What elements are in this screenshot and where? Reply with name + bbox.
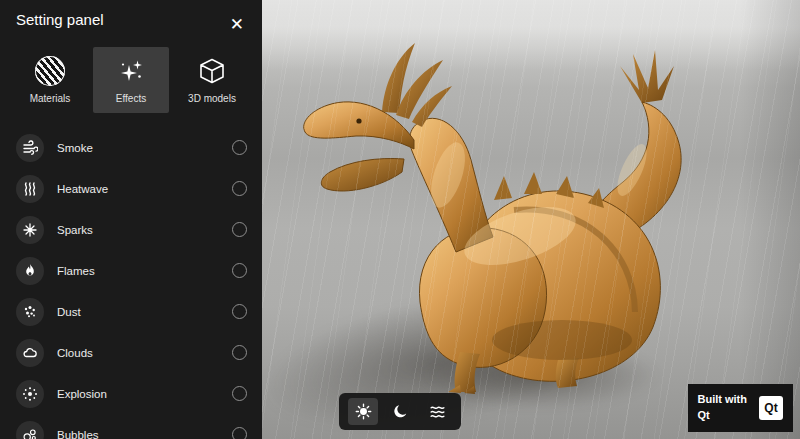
close-icon[interactable]: ✕ <box>224 10 250 39</box>
radio-sparks[interactable] <box>232 222 247 237</box>
built-with-qt-badge[interactable]: Built with Qt Qt <box>688 384 794 432</box>
viewport-3d[interactable]: Built with Qt Qt <box>262 0 800 439</box>
effect-row-flames[interactable]: Flames <box>0 250 262 291</box>
tab-bar: Materials Effects 3D models <box>0 41 262 123</box>
badge-line1: Built with <box>698 392 748 408</box>
badge-line2: Qt <box>698 408 748 424</box>
effect-label: Dust <box>57 306 219 318</box>
effect-row-sparks[interactable]: Sparks <box>0 209 262 250</box>
qt-logo: Qt <box>759 396 783 420</box>
effect-row-heatwave[interactable]: Heatwave <box>0 168 262 209</box>
radio-heatwave[interactable] <box>232 181 247 196</box>
tab-effects[interactable]: Effects <box>93 47 169 113</box>
radio-flames[interactable] <box>232 263 247 278</box>
flames-icon <box>16 257 44 285</box>
panel-title: Setting panel <box>16 10 106 30</box>
sparkles-icon <box>116 56 146 86</box>
dragon-model <box>262 0 800 439</box>
explosion-icon <box>16 380 44 408</box>
radio-clouds[interactable] <box>232 345 247 360</box>
effect-row-smoke[interactable]: Smoke <box>0 127 262 168</box>
cube-icon <box>197 56 227 86</box>
striped-sphere-icon <box>35 56 65 86</box>
effect-label: Heatwave <box>57 183 219 195</box>
tab-label: Effects <box>116 93 146 104</box>
tab-label: Materials <box>30 93 71 104</box>
badge-text: Built with Qt <box>698 392 748 424</box>
effect-row-explosion[interactable]: Explosion <box>0 373 262 414</box>
radio-smoke[interactable] <box>232 140 247 155</box>
effect-label: Bubbles <box>57 429 219 439</box>
sparks-icon <box>16 216 44 244</box>
rain-waves-icon[interactable] <box>422 398 452 425</box>
effect-row-dust[interactable]: Dust <box>0 291 262 332</box>
environment-toolbar <box>339 393 461 430</box>
setting-panel: Setting panel ✕ Materials Effects <box>0 0 262 439</box>
heatwave-icon <box>16 175 44 203</box>
tab-materials[interactable]: Materials <box>12 47 88 113</box>
moon-icon[interactable] <box>385 398 415 425</box>
effect-label: Smoke <box>57 142 219 154</box>
clouds-icon <box>16 339 44 367</box>
panel-header: Setting panel ✕ <box>0 0 262 41</box>
radio-explosion[interactable] <box>232 386 247 401</box>
radio-bubbles[interactable] <box>232 427 247 439</box>
effect-label: Flames <box>57 265 219 277</box>
effects-list: Smoke Heatwave Sparks <box>0 123 262 439</box>
tab-3d-models[interactable]: 3D models <box>174 47 250 113</box>
dust-icon <box>16 298 44 326</box>
bubbles-icon <box>16 421 44 439</box>
effect-label: Explosion <box>57 388 219 400</box>
effect-row-clouds[interactable]: Clouds <box>0 332 262 373</box>
smoke-icon <box>16 134 44 162</box>
effect-row-bubbles[interactable]: Bubbles <box>0 414 262 439</box>
radio-dust[interactable] <box>232 304 247 319</box>
effect-label: Clouds <box>57 347 219 359</box>
sun-icon[interactable] <box>348 398 378 425</box>
effect-label: Sparks <box>57 224 219 236</box>
app-window: Setting panel ✕ Materials Effects <box>0 0 800 439</box>
tab-label: 3D models <box>188 93 236 104</box>
